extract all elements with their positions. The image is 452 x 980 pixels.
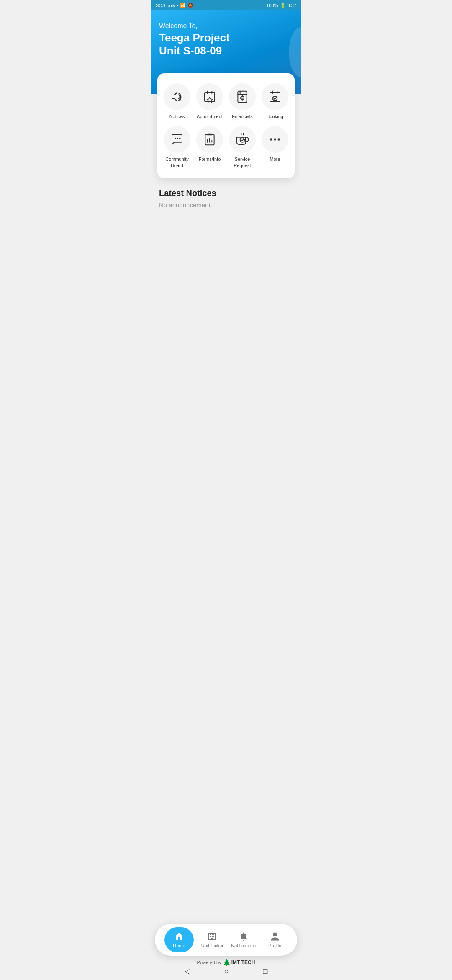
menu-item-booking[interactable]: Booking: [260, 82, 290, 121]
menu-item-notices[interactable]: Notices: [162, 82, 192, 121]
menu-item-more[interactable]: More: [260, 124, 290, 170]
service-request-icon-circle: [229, 126, 256, 153]
forms-info-label: Forms/Info: [199, 156, 221, 162]
wifi-icon: 📶: [180, 3, 186, 8]
latest-notices-section: Latest Notices No announcement.: [151, 178, 301, 215]
svg-point-27: [274, 139, 276, 141]
clock: 3:37: [288, 3, 296, 8]
menu-item-financials[interactable]: $ Financials: [228, 82, 257, 121]
service-request-label: Service Request: [229, 156, 256, 168]
no-announcement: No announcement.: [159, 201, 293, 209]
more-label: More: [270, 156, 280, 162]
community-board-icon-circle: [164, 126, 190, 153]
battery-icon: 🔋: [280, 3, 286, 8]
status-bar: SOS only ▪ 📶 🔕 100% 🔋 3:37: [151, 0, 301, 10]
more-icon-circle: [262, 126, 288, 153]
hand-check-icon: [236, 133, 249, 146]
sim-icon: ▪: [177, 3, 178, 8]
booking-icon-circle: [262, 83, 288, 110]
svg-marker-5: [207, 97, 212, 102]
clipboard-chart-icon: [203, 133, 216, 146]
menu-item-forms-info[interactable]: Forms/Info: [195, 124, 224, 170]
booking-label: Booking: [267, 113, 283, 119]
latest-notices-title: Latest Notices: [159, 188, 293, 198]
menu-item-community-board[interactable]: Community Board: [162, 124, 192, 170]
menu-card: Notices Appointment: [157, 73, 295, 178]
menu-item-appointment[interactable]: Appointment: [195, 82, 224, 121]
financials-icon-circle: $: [229, 83, 256, 110]
dots-icon: [268, 133, 282, 146]
notices-label: Notices: [170, 113, 185, 119]
status-right: 100% 🔋 3:37: [266, 3, 296, 8]
sos-label: SOS only: [156, 3, 175, 8]
community-board-label: Community Board: [163, 156, 191, 168]
appointment-label: Appointment: [197, 113, 223, 119]
main-content: Latest Notices No announcement.: [151, 178, 301, 346]
booking-icon: [268, 90, 282, 103]
unit-name: Unit S-08-09: [159, 44, 293, 57]
financials-label: Financials: [232, 113, 253, 119]
appointment-icon-circle: [196, 83, 223, 110]
notices-icon-circle: [164, 83, 190, 110]
welcome-text: Welcome To,: [159, 22, 293, 30]
forms-info-icon-circle: [196, 126, 223, 153]
menu-grid: Notices Appointment: [162, 82, 290, 170]
menu-item-service-request[interactable]: Service Request: [228, 124, 257, 170]
svg-point-28: [278, 139, 280, 141]
project-name: Teega Project: [159, 31, 293, 44]
chat-bubbles-icon: [170, 133, 184, 146]
financials-icon: $: [236, 90, 249, 103]
megaphone-icon: [170, 90, 184, 103]
appointment-icon: [203, 90, 216, 103]
mute-icon: 🔕: [187, 3, 193, 8]
svg-point-26: [270, 139, 272, 141]
status-left: SOS only ▪ 📶 🔕: [156, 3, 193, 8]
battery-level: 100%: [266, 3, 278, 8]
svg-text:$: $: [241, 96, 243, 99]
